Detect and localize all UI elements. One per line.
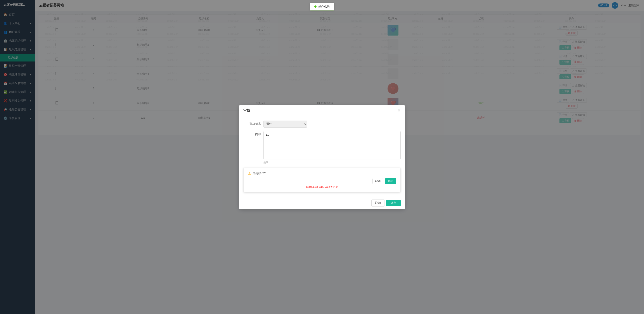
modal-footer: 取消 确定 (239, 197, 405, 209)
modal-title: 审核 (243, 108, 250, 113)
toast-icon (314, 5, 316, 8)
status-form-row: 审核状态 通过 不通过 (243, 121, 401, 128)
sub-ok-button[interactable]: 确定 (385, 178, 396, 184)
cancel-button[interactable]: 取消 (371, 199, 384, 206)
content-label: 内容 (243, 131, 261, 136)
sub-dialog-buttons: 取消 确定 (248, 178, 396, 184)
content-textarea[interactable]: 11 (264, 131, 401, 159)
content-form-row: 内容 11 提示 (243, 131, 401, 164)
warning-icon: ⚠ (248, 171, 251, 175)
toast-notification: 操作成功 (310, 2, 334, 10)
red-watermark: code51. cn-源码乐园盗图必究 (248, 185, 396, 189)
toast-message: 操作成功 (318, 4, 330, 8)
status-select[interactable]: 通过 不通过 (264, 121, 307, 128)
audit-modal: 审核 ✕ 审核状态 通过 不通过 内容 11 提示 (239, 105, 405, 209)
modal-close-button[interactable]: ✕ (397, 108, 401, 113)
content-control: 11 提示 (264, 131, 401, 164)
modal-body: 审核状态 通过 不通过 内容 11 提示 ⚠ (239, 116, 405, 197)
sub-dialog-text: 确定操作? (253, 171, 266, 175)
modal-overlay: 审核 ✕ 审核状态 通过 不通过 内容 11 提示 (0, 0, 644, 314)
confirm-button[interactable]: 确定 (386, 200, 401, 206)
hint-label: 提示 (264, 161, 401, 164)
sub-dialog-content: ⚠ 确定操作? (248, 171, 396, 175)
status-control: 通过 不通过 (264, 121, 401, 128)
status-label: 审核状态 (243, 121, 261, 126)
sub-confirm-dialog: ⚠ 确定操作? 取消 确定 code51. cn-源码乐园盗图必究 (243, 168, 401, 192)
sub-cancel-button[interactable]: 取消 (372, 178, 384, 184)
modal-header: 审核 ✕ (239, 105, 405, 116)
